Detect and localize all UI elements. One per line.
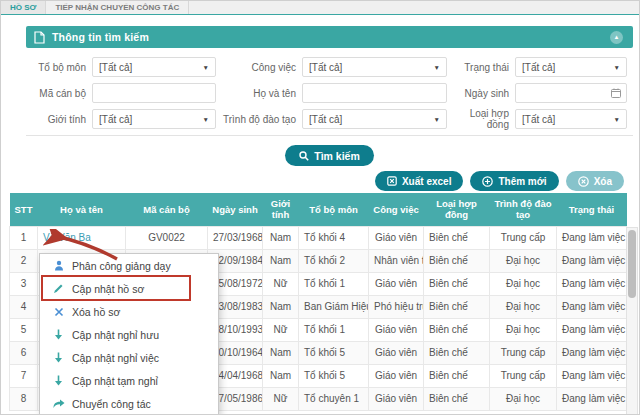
add-new-label: Thêm mới — [498, 176, 546, 187]
table-cell: Nhân viên thiết bị — [369, 249, 424, 272]
plus-circle-icon — [482, 176, 493, 187]
table-cell: Đang làm việc — [557, 249, 627, 272]
search-form: Tổ bộ môn [Tất cả] ▼ Công việc [Tất cả] … — [26, 48, 633, 136]
cong-viec-select[interactable]: [Tất cả] ▼ — [302, 57, 447, 77]
table-cell: Tổ chuyên 1 — [299, 387, 369, 410]
table-cell: Đang làm việc — [557, 226, 627, 249]
table-cell: Biên chế — [424, 295, 490, 318]
trang-thai-select[interactable]: [Tất cả] ▼ — [515, 57, 627, 77]
table-cell: Biên chế — [424, 249, 490, 272]
menu-item-cap-nhat-nghi-huu[interactable]: Cập nhật nghỉ hưu — [40, 323, 218, 346]
table-cell: 1 — [10, 226, 38, 249]
table-cell: Giáo viên — [369, 387, 424, 410]
table-cell: Biên chế — [424, 226, 490, 249]
table-cell: Biên chế — [424, 387, 490, 410]
column-header-gioi-tinh: Giới tính — [263, 193, 299, 226]
column-header-trinh-do-dao-tao: Trình độ đào tạo — [490, 193, 557, 226]
gioi-tinh-select[interactable]: [Tất cả] ▼ — [92, 109, 216, 129]
document-icon — [34, 31, 45, 44]
table-cell: Đại học — [490, 318, 557, 341]
table-cell: Đại học — [490, 387, 557, 410]
delete-button[interactable]: Xóa — [566, 171, 624, 191]
tab-ho-so[interactable]: HỒ SƠ — [1, 1, 46, 14]
table-cell: Tổ khối 4 — [299, 226, 369, 249]
table-cell: Đang làm việc — [557, 272, 627, 295]
ma-can-bo-input[interactable] — [93, 84, 215, 102]
menu-item-cap-nhat-nghi-viec[interactable]: Cập nhật nghỉ việc — [40, 346, 218, 369]
table-cell: 7 — [10, 364, 38, 387]
tab-tiep-nhan-chuyen-cong-tac[interactable]: TIẾP NHẬN CHUYỂN CÔNG TÁC — [46, 1, 189, 14]
select-value: [Tất cả] — [309, 114, 342, 125]
table-cell: GV0022 — [126, 226, 208, 249]
table-cell: Đang làm việc — [557, 387, 627, 410]
search-button[interactable]: Tìm kiếm — [285, 145, 374, 166]
ho-va-ten-field-wrap — [302, 83, 447, 103]
table-cell: Tổ khối 5 — [299, 364, 369, 387]
select-value: [Tất cả] — [522, 114, 555, 125]
table-cell: Trung cấp — [490, 364, 557, 387]
table-cell: Đang làm việc — [557, 295, 627, 318]
table-cell: Nữ — [263, 318, 299, 341]
table-scrollbar[interactable] — [626, 227, 638, 415]
table-cell: 2 — [10, 249, 38, 272]
arrow-down-icon — [50, 352, 67, 363]
collapse-panel-icon[interactable]: ▲ — [610, 31, 623, 44]
select-value: [Tất cả] — [522, 62, 555, 73]
select-value: [Tất cả] — [99, 62, 132, 73]
search-panel-header: Thông tin tìm kiếm ▲ — [26, 26, 633, 48]
table-row: 1Võ Văn BaGV002227/03/1968NamTổ khối 4Gi… — [10, 226, 627, 249]
select-value: [Tất cả] — [309, 62, 342, 73]
column-header-to-bo-mon: Tổ bộ môn — [299, 193, 369, 226]
menu-item-label: Cập nhật hồ sơ — [72, 283, 144, 295]
row-context-menu: Phân công giảng dạy Cập nhật hồ sơ Xóa h… — [39, 253, 219, 415]
export-excel-label: Xuất excel — [402, 176, 451, 187]
menu-item-cap-nhat-tam-nghi[interactable]: Cập nhật tạm nghỉ — [40, 369, 218, 392]
ngay-sinh-input[interactable] — [516, 84, 626, 102]
table-cell: Tổ khối 1 — [299, 272, 369, 295]
table-cell: Đại học — [490, 249, 557, 272]
menu-item-label: Chuyển công tác — [72, 398, 151, 410]
table-cell: Giáo viên — [369, 226, 424, 249]
scrollbar-thumb[interactable] — [628, 230, 636, 298]
column-header-trang-thai: Trạng thái — [557, 193, 627, 226]
field-label: Họ và tên — [216, 88, 296, 99]
table-cell: Nam — [263, 364, 299, 387]
ma-can-bo-field-wrap — [92, 83, 216, 103]
calendar-icon[interactable] — [611, 88, 621, 100]
table-cell: Nam — [263, 295, 299, 318]
table-cell: Biên chế — [424, 341, 490, 364]
menu-item-cap-nhat-ho-so[interactable]: Cập nhật hồ sơ — [40, 277, 218, 300]
table-cell: 3 — [10, 272, 38, 295]
table-cell: Nam — [263, 341, 299, 364]
table-cell: Tổ khối 2 — [299, 249, 369, 272]
tab-bar: HỒ SƠ TIẾP NHẬN CHUYỂN CÔNG TÁC — [1, 1, 639, 15]
menu-item-xoa-ho-so[interactable]: Xóa hồ sơ — [40, 300, 218, 323]
menu-item-phan-cong-giang-day[interactable]: Phân công giảng dạy — [40, 254, 218, 277]
pencil-icon — [50, 283, 67, 294]
ho-va-ten-input[interactable] — [303, 84, 446, 102]
table-cell: Giáo viên — [369, 341, 424, 364]
tab-label: HỒ SƠ — [10, 3, 36, 12]
field-label: Trạng thái — [447, 62, 509, 73]
table-cell: 5 — [10, 318, 38, 341]
table-cell: Giáo viên — [369, 272, 424, 295]
table-cell: 6 — [10, 341, 38, 364]
export-excel-button[interactable]: Xuất excel — [375, 171, 463, 191]
loai-hop-dong-select[interactable]: [Tất cả] ▼ — [515, 109, 627, 129]
chevron-down-icon: ▼ — [434, 116, 440, 123]
table-cell: Ban Giám Hiệu — [299, 295, 369, 318]
field-label: Loại hợp đồng — [447, 108, 509, 130]
menu-item-label: Phân công giảng dạy — [72, 260, 171, 272]
trinh-do-dao-tao-select[interactable]: [Tất cả] ▼ — [302, 109, 447, 129]
x-circle-icon — [578, 176, 589, 187]
to-bo-mon-select[interactable]: [Tất cả] ▼ — [92, 57, 216, 77]
menu-item-chuyen-cong-tac[interactable]: Chuyển công tác — [40, 392, 218, 415]
x-icon — [50, 307, 67, 317]
employee-name-link[interactable]: Võ Văn Ba — [38, 226, 126, 249]
chevron-down-icon: ▼ — [614, 116, 620, 123]
column-header-ma-can-bo: Mã cán bộ — [126, 193, 208, 226]
person-icon — [50, 260, 67, 271]
chevron-down-icon: ▼ — [203, 64, 209, 71]
add-new-button[interactable]: Thêm mới — [470, 171, 558, 191]
field-label: Giới tính — [26, 114, 86, 125]
